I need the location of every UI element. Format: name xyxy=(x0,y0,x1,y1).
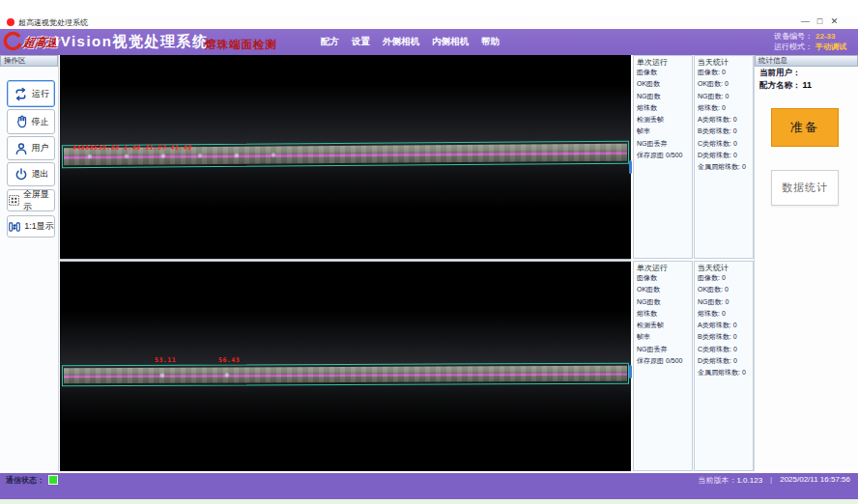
today-rows: 图像数:0 OK图数:0 NG图数:0 熔珠数:0 A类熔珠数:0 B类熔珠数:… xyxy=(695,67,753,174)
device-number-value: 22-33 xyxy=(815,32,835,41)
one-to-one-button[interactable]: 1:1显示 xyxy=(7,215,55,238)
stat-row: NG图数:0 xyxy=(695,91,753,102)
one-to-one-icon xyxy=(8,220,21,234)
run-mode-label: 运行模式： xyxy=(774,42,813,51)
single-run-title: 单次运行 xyxy=(637,263,668,273)
stats-panel-bottom: 单次运行 图像数 OK图数 NG图数 熔珠数 检测丢帧 帧率 NG图丢弃 xyxy=(633,261,754,471)
app-header: 超高速 IVision视觉处理系统 熔珠端面检测 配方 设置 外侧相机 内侧相机… xyxy=(0,29,858,55)
menu-item[interactable]: 内侧相机 xyxy=(432,36,469,48)
info-panel: 统计信息 当前用户： 配方名称：11 准备 数据统计 xyxy=(754,55,858,471)
splitter-handle[interactable] xyxy=(629,365,632,378)
stat-row: OK图数:0 xyxy=(695,78,753,90)
fullscreen-button-label: 全屏显示 xyxy=(23,188,54,213)
run-button[interactable]: 运行 xyxy=(7,80,55,107)
version-value: 1.0.123 xyxy=(736,476,762,485)
status-separator: | xyxy=(770,475,772,486)
splitter-handle[interactable] xyxy=(629,160,632,174)
stat-row: C类熔珠数:0 xyxy=(695,138,753,150)
stat-row: NG图数:0 xyxy=(695,296,753,308)
today-groupbox: 当天统计 图像数:0 OK图数:0 NG图数:0 熔珠数:0 A类熔珠数:0 B… xyxy=(694,261,754,471)
stat-row: D类熔珠数:0 xyxy=(695,150,753,161)
exit-button-label: 退出 xyxy=(32,168,49,181)
stat-row: OK图数 xyxy=(634,78,692,90)
device-info: 设备编号：22-33 运行模式：手动调试 xyxy=(774,31,846,52)
menu-item[interactable]: 外侧相机 xyxy=(383,36,419,48)
stat-row: B类熔珠数:0 xyxy=(695,126,753,137)
stop-button-label: 停止 xyxy=(32,116,49,128)
bead-mark xyxy=(225,374,229,378)
stat-row: 保存原图0/500 xyxy=(634,355,692,367)
recipe-name-value: 11 xyxy=(803,80,813,90)
app-icon xyxy=(7,18,14,26)
exit-button[interactable]: 退出 xyxy=(7,162,55,186)
bead-mark xyxy=(160,374,164,378)
stat-row: 熔珠数 xyxy=(634,102,692,114)
menu-item[interactable]: 帮助 xyxy=(481,36,500,48)
stop-hand-icon xyxy=(14,114,29,129)
recipe-name-label: 配方名称： xyxy=(759,80,801,90)
maximize-button[interactable]: □ xyxy=(814,15,826,28)
stat-row: 保存原图0/500 xyxy=(634,150,692,161)
window-titlebar: 超高速视觉处理系统 — □ ✕ xyxy=(0,15,858,29)
close-button[interactable]: ✕ xyxy=(828,15,841,28)
today-groupbox: 当天统计 图像数:0 OK图数:0 NG图数:0 熔珠数:0 A类熔珠数:0 B… xyxy=(694,55,754,259)
stats-panel-top: 单次运行 图像数 OK图数 NG图数 熔珠数 检测丢帧 帧率 NG图丢弃 xyxy=(633,55,754,259)
desktop-edge xyxy=(0,499,858,504)
stat-row: 检测丢帧 xyxy=(634,114,692,126)
info-panel-header: 统计信息 xyxy=(755,55,858,67)
camera-panel-top[interactable]: 44888539.88 1.49 31.57 41.49 xyxy=(60,55,631,259)
stat-row: 金属屑熔珠数:0 xyxy=(695,367,753,378)
today-rows: 图像数:0 OK图数:0 NG图数:0 熔珠数:0 A类熔珠数:0 B类熔珠数:… xyxy=(695,272,753,379)
device-number-label: 设备编号： xyxy=(774,32,813,41)
stat-row: NG图丢弃 xyxy=(634,138,692,150)
bead-mark xyxy=(125,154,129,158)
camera-panel-bottom[interactable]: 53.11 56.43 xyxy=(60,262,631,471)
fullscreen-button[interactable]: 全屏显示 xyxy=(7,189,55,211)
version-label: 当前版本： xyxy=(698,476,736,485)
measurement-annotation: 53.11 xyxy=(155,356,176,364)
stop-button[interactable]: 停止 xyxy=(7,109,55,134)
single-run-rows: 图像数 OK图数 NG图数 熔珠数 检测丢帧 帧率 NG图丢弃 保存原图0/50… xyxy=(634,67,692,161)
single-run-groupbox: 单次运行 图像数 OK图数 NG图数 熔珠数 检测丢帧 帧率 NG图丢弃 xyxy=(633,261,693,471)
stat-row: 帧率 xyxy=(634,126,692,137)
menu-item[interactable]: 配方 xyxy=(321,36,339,48)
current-user-label: 当前用户： xyxy=(759,68,801,77)
bead-mark xyxy=(88,154,92,158)
today-title: 当天统计 xyxy=(698,57,729,68)
comm-status-label: 通信状态： xyxy=(6,475,44,486)
run-mode-value: 手动调试 xyxy=(815,42,846,51)
application-window: 超高速视觉处理系统 — □ ✕ 超高速 IVision视觉处理系统 熔珠端面检测… xyxy=(0,0,858,504)
data-stats-button[interactable]: 数据统计 xyxy=(771,170,839,206)
roi-box xyxy=(62,363,629,387)
bead-mark xyxy=(272,154,275,157)
logo-text: 超高速 xyxy=(22,35,59,51)
single-run-groupbox: 单次运行 图像数 OK图数 NG图数 熔珠数 检测丢帧 帧率 NG图丢弃 xyxy=(633,55,693,259)
app-subtitle: 熔珠端面检测 xyxy=(205,38,277,52)
stat-row: 检测丢帧 xyxy=(634,320,692,331)
comm-status-indicator xyxy=(48,475,58,485)
recipe-name-row: 配方名称：11 xyxy=(759,80,812,92)
menu-item[interactable]: 设置 xyxy=(352,36,370,48)
measurement-annotation: 56.43 xyxy=(218,356,240,364)
app-title: IVision视觉处理系统 xyxy=(55,33,208,51)
run-button-label: 运行 xyxy=(32,88,49,100)
stat-row: A类熔珠数:0 xyxy=(695,114,753,126)
fullscreen-grid-icon xyxy=(8,194,20,207)
window-title: 超高速视觉处理系统 xyxy=(18,17,88,28)
single-run-rows: 图像数 OK图数 NG图数 熔珠数 检测丢帧 帧率 NG图丢弃 保存原图0/50… xyxy=(634,272,692,367)
minimize-button[interactable]: — xyxy=(799,15,812,28)
bead-mark xyxy=(235,154,239,157)
stat-row: NG图丢弃 xyxy=(634,344,692,355)
user-button-label: 用户 xyxy=(32,142,49,154)
logo-swirl-icon xyxy=(2,31,23,56)
user-button[interactable]: 用户 xyxy=(7,136,55,160)
stat-row: C类熔珠数:0 xyxy=(695,344,753,355)
prepare-button[interactable]: 准备 xyxy=(771,108,839,147)
run-cycle-icon xyxy=(13,86,29,102)
status-datetime: 2025/02/11 16:57:56 xyxy=(780,475,850,486)
stat-row: 帧率 xyxy=(634,331,692,343)
stat-row: 图像数:0 xyxy=(695,67,753,78)
today-title: 当天统计 xyxy=(698,263,729,273)
stat-row: A类熔珠数:0 xyxy=(695,320,753,331)
user-icon xyxy=(14,141,29,156)
